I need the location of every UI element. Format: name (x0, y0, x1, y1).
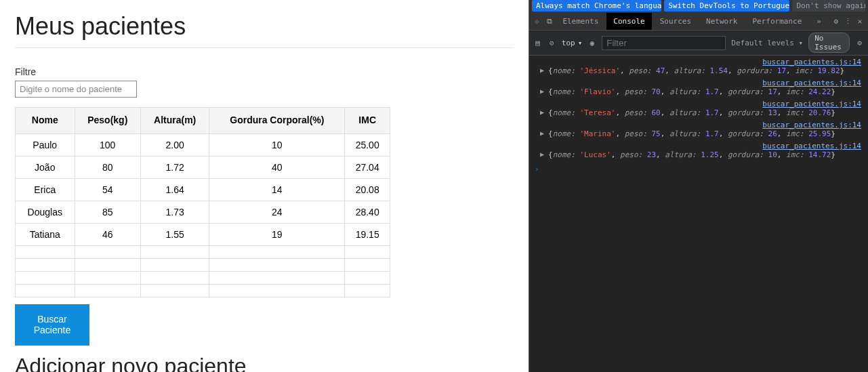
clear-console-icon[interactable]: ⊘ (547, 39, 556, 47)
cell-nome: Douglas (16, 201, 75, 223)
page-title: Meus pacientes (15, 12, 514, 41)
console-log-entry[interactable]: buscar_pacientes.js:14▶{nome: 'Teresa', … (529, 99, 868, 120)
cell-altura: 1.72 (140, 156, 209, 178)
tab-elements[interactable]: Elements (556, 13, 605, 30)
gear-icon[interactable]: ⚙ (831, 17, 842, 26)
tab-network[interactable]: Network (699, 13, 744, 30)
console-log-entry[interactable]: buscar_pacientes.js:14▶{nome: 'Flavio', … (529, 78, 868, 99)
cell-peso: 54 (75, 178, 140, 201)
search-patient-button[interactable]: Buscar Paciente (15, 304, 89, 346)
table-row: Tatiana461.551919.15 (16, 223, 390, 245)
language-banner: Always match Chrome's language Switch De… (529, 0, 868, 13)
console-settings-icon[interactable]: ⚙ (855, 39, 864, 47)
log-levels-select[interactable]: Default levels ▾ (731, 39, 803, 47)
cell-nome: Tatiana (16, 223, 75, 245)
cell-gordura: 19 (209, 223, 345, 245)
col-nome: Nome (16, 108, 75, 134)
patients-table: Nome Peso(kg) Altura(m) Gordura Corporal… (15, 107, 390, 297)
source-link[interactable]: buscar_pacientes.js:14 (536, 142, 868, 150)
console-log-entry[interactable]: buscar_pacientes.js:14▶{nome: 'Lucas', p… (529, 141, 868, 162)
table-header-row: Nome Peso(kg) Altura(m) Gordura Corporal… (16, 108, 390, 134)
cell-altura: 1.73 (140, 201, 209, 223)
cell-altura: 2.00 (140, 133, 209, 156)
cell-nome: João (16, 156, 75, 178)
col-altura: Altura(m) (140, 108, 209, 134)
cell-imc: 19.15 (345, 223, 390, 245)
tab-performance[interactable]: Performance (745, 13, 808, 30)
cell-nome: Erica (16, 178, 75, 201)
inspect-icon[interactable]: ⟐ (532, 17, 543, 26)
devtools-tabs: ⟐ ⧉ Elements Console Sources Network Per… (529, 13, 868, 30)
table-row: Erica541.641420.08 (16, 178, 390, 201)
device-toolbar-icon[interactable]: ⧉ (544, 17, 555, 26)
chevron-down-icon: ▾ (578, 39, 583, 47)
source-link[interactable]: buscar_pacientes.js:14 (536, 121, 868, 129)
console-prompt[interactable]: › (529, 162, 868, 176)
add-patient-heading: Adicionar novo paciente (15, 354, 514, 372)
filter-input[interactable] (15, 81, 137, 98)
banner-switch-language[interactable]: Switch DevTools to Portuguese (664, 0, 789, 12)
console-toolbar: ▤ ⊘ top ▾ ◉ Default levels ▾ No Issues ⚙ (529, 30, 868, 56)
table-row: Douglas851.732428.40 (16, 201, 390, 223)
col-imc: IMC (345, 108, 390, 134)
expand-triangle-icon[interactable]: ▶ (540, 108, 544, 116)
cell-peso: 100 (75, 133, 140, 156)
chevron-down-icon: ▾ (799, 39, 804, 47)
cell-peso: 85 (75, 201, 140, 223)
col-gordura: Gordura Corporal(%) (209, 108, 345, 134)
cell-peso: 46 (75, 223, 140, 245)
kebab-menu-icon[interactable]: ⋮ (843, 17, 854, 26)
source-link[interactable]: buscar_pacientes.js:14 (536, 79, 868, 87)
cell-imc: 27.04 (345, 156, 390, 178)
console-sidebar-icon[interactable]: ▤ (533, 39, 542, 47)
console-log-entry[interactable]: buscar_pacientes.js:14▶{nome: 'Jéssica',… (529, 57, 868, 78)
table-body: Paulo1002.001025.00João801.724027.04Eric… (16, 133, 390, 297)
table-row-empty (16, 245, 390, 258)
cell-imc: 25.00 (345, 133, 390, 156)
eye-icon[interactable]: ◉ (587, 39, 596, 47)
cell-altura: 1.55 (140, 223, 209, 245)
table-row-empty (16, 271, 390, 284)
divider (15, 47, 514, 48)
source-link[interactable]: buscar_pacientes.js:14 (536, 58, 868, 66)
close-icon[interactable]: ✕ (854, 17, 865, 26)
expand-triangle-icon[interactable]: ▶ (540, 87, 544, 95)
table-row: João801.724027.04 (16, 156, 390, 178)
cell-gordura: 40 (209, 156, 345, 178)
tab-more[interactable]: » (810, 13, 828, 30)
cell-nome: Paulo (16, 133, 75, 156)
table-row-empty (16, 284, 390, 297)
context-label: top (562, 39, 575, 47)
tab-sources[interactable]: Sources (653, 13, 698, 30)
cell-peso: 80 (75, 156, 140, 178)
table-row: Paulo1002.001025.00 (16, 133, 390, 156)
cell-imc: 20.08 (345, 178, 390, 201)
banner-dont-show[interactable]: Don't show again (792, 0, 865, 12)
console-log-entry[interactable]: buscar_pacientes.js:14▶{nome: 'Marina', … (529, 120, 868, 141)
expand-triangle-icon[interactable]: ▶ (540, 129, 544, 137)
cell-gordura: 10 (209, 133, 345, 156)
cell-gordura: 24 (209, 201, 345, 223)
table-row-empty (16, 258, 390, 271)
cell-altura: 1.64 (140, 178, 209, 201)
console-output[interactable]: buscar_pacientes.js:14▶{nome: 'Jéssica',… (529, 56, 868, 372)
context-selector[interactable]: top ▾ (562, 39, 583, 47)
source-link[interactable]: buscar_pacientes.js:14 (536, 100, 868, 108)
app-main: Meus pacientes Filtre Nome Peso(kg) Altu… (0, 0, 529, 372)
expand-triangle-icon[interactable]: ▶ (540, 150, 544, 158)
devtools-panel: Always match Chrome's language Switch De… (529, 0, 868, 372)
col-peso: Peso(kg) (75, 108, 140, 134)
expand-triangle-icon[interactable]: ▶ (540, 66, 544, 74)
banner-match-language[interactable]: Always match Chrome's language (532, 0, 661, 12)
tab-console[interactable]: Console (606, 13, 651, 30)
issues-badge[interactable]: No Issues (808, 33, 850, 53)
cell-imc: 28.40 (345, 201, 390, 223)
cell-gordura: 14 (209, 178, 345, 201)
console-filter-input[interactable] (602, 36, 726, 50)
filter-label: Filtre (15, 66, 36, 77)
